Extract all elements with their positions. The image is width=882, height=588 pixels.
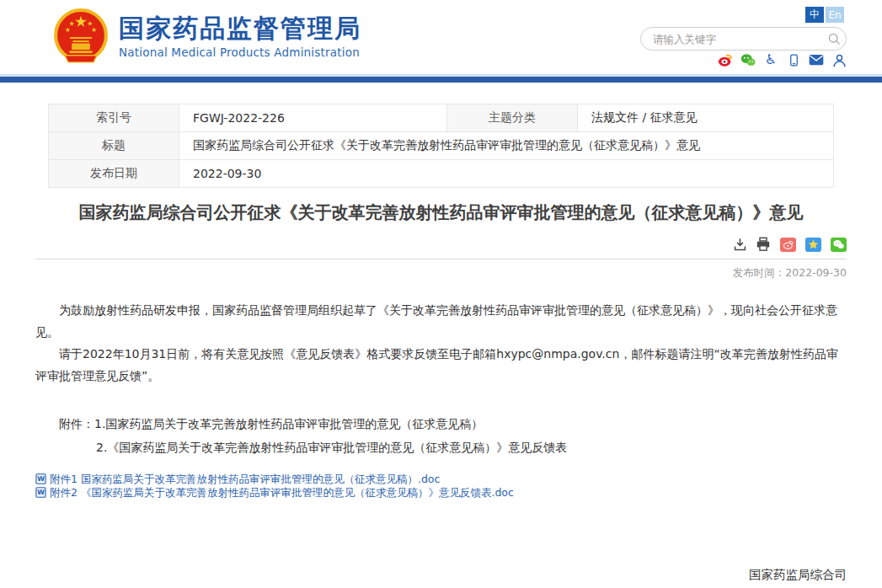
email-icon[interactable]: [809, 52, 824, 67]
mobile-icon[interactable]: [786, 52, 801, 67]
index-number-label: 索引号: [49, 104, 179, 132]
category-label: 主题分类: [447, 104, 578, 132]
publish-time-value: 2022-09-30: [785, 266, 847, 279]
print-icon[interactable]: [756, 237, 771, 252]
table-row: 索引号 FGWJ-2022-226 主题分类 法规文件 / 征求意见: [49, 104, 834, 132]
doc-title-value: 国家药监局综合司公开征求《关于改革完善放射性药品审评审批管理的意见（征求意见稿）…: [179, 132, 834, 160]
user-icon[interactable]: [831, 52, 847, 67]
document-meta-table: 索引号 FGWJ-2022-226 主题分类 法规文件 / 征求意见 标题 国家…: [48, 104, 834, 188]
download-icon[interactable]: [732, 237, 747, 252]
attachment-line: 附件：1.国家药监局关于改革完善放射性药品审评审批管理的意见（征求意见稿）: [59, 412, 847, 436]
doc-file-icon: W: [35, 473, 46, 484]
publish-time: 发布时间：2022-09-30: [35, 266, 847, 281]
publish-date-label: 发布日期: [49, 160, 179, 188]
signature-org: 国家药监局综合司: [749, 563, 847, 586]
svg-text:W: W: [37, 475, 45, 483]
title-divider: [35, 259, 847, 259]
weibo-icon[interactable]: [718, 52, 733, 67]
doc-title-label: 标题: [49, 132, 179, 160]
main-content: 索引号 FGWJ-2022-226 主题分类 法规文件 / 征求意见 标题 国家…: [0, 104, 882, 588]
share-qzone-icon[interactable]: [805, 238, 821, 252]
publish-time-label: 发布时间：: [733, 266, 786, 279]
index-number-value: FGWJ-2022-226: [179, 104, 447, 132]
lang-en-button[interactable]: En: [826, 7, 844, 23]
attachments-list: 附件：1.国家药监局关于改革完善放射性药品审评审批管理的意见（征求意见稿） 2.…: [35, 412, 847, 459]
paragraph: 为鼓励放射性药品研发申报，国家药品监督管理局组织起草了《关于改革完善放射性药品审…: [35, 299, 847, 343]
doc-file-icon: W: [35, 487, 46, 498]
attachment-doc-link-text: 附件2 《国家药监局关于改革完善放射性药品审评审批管理的意见（征求意见稿）》意见…: [50, 486, 514, 499]
site-title: 国家药品监督管理局: [119, 14, 361, 43]
publish-date-value: 2022-09-30: [179, 160, 834, 188]
site-subtitle: National Medical Products Administration: [119, 45, 361, 59]
language-toggle: 中 En: [805, 7, 844, 23]
attachment-label: 附件：: [59, 417, 94, 430]
page-title: 国家药监局综合司公开征求《关于改革完善放射性药品审评审批管理的意见（征求意见稿）…: [35, 201, 847, 223]
article-toolbar: [35, 237, 847, 252]
share-weibo-icon[interactable]: [780, 238, 796, 252]
national-emblem-logo: [52, 8, 110, 66]
accessibility-icon[interactable]: ♿: [763, 52, 778, 67]
attachment-line: 2.《国家药监局关于改革完善放射性药品审评审批管理的意见（征求意见稿）》意见反馈…: [59, 436, 847, 459]
attachment-doc-link-text: 附件1 国家药监局关于改革完善放射性药品审评审批管理的意见（征求意见稿）.doc: [50, 473, 440, 485]
category-value: 法规文件 / 征求意见: [578, 104, 834, 132]
search-box: [640, 27, 847, 51]
lang-zh-button[interactable]: 中: [805, 7, 824, 23]
site-header: 国家药品监督管理局 National Medical Products Admi…: [0, 0, 882, 74]
attachment-doc-link-2[interactable]: W 附件2 《国家药监局关于改革完善放射性药品审评审批管理的意见（征求意见稿）》…: [35, 486, 847, 499]
paragraph: 请于2022年10月31日前，将有关意见按照《意见反馈表》格式要求反馈至电子邮箱…: [35, 343, 847, 387]
attachment-item: 2.《国家药监局关于改革完善放射性药品审评审批管理的意见（征求意见稿）》意见反馈…: [96, 441, 567, 454]
search-input[interactable]: [641, 33, 822, 45]
svg-text:W: W: [37, 489, 45, 496]
attachment-doc-link-1[interactable]: W 附件1 国家药监局关于改革完善放射性药品审评审批管理的意见（征求意见稿）.d…: [35, 473, 847, 485]
signature-block: 国家药监局综合司 2022年9月30日: [35, 563, 847, 588]
attachment-downloads: W 附件1 国家药监局关于改革完善放射性药品审评审批管理的意见（征求意见稿）.d…: [35, 473, 847, 499]
article-body: 为鼓励放射性药品研发申报，国家药品监督管理局组织起草了《关于改革完善放射性药品审…: [35, 299, 847, 387]
table-row: 标题 国家药监局综合司公开征求《关于改革完善放射性药品审评审批管理的意见（征求意…: [49, 132, 834, 160]
wechat-icon[interactable]: [740, 52, 756, 67]
header-blue-bar: [0, 77, 882, 83]
attachment-item: 1.国家药监局关于改革完善放射性药品审评审批管理的意见（征求意见稿）: [94, 417, 483, 430]
search-icon[interactable]: [822, 28, 846, 50]
table-row: 发布日期 2022-09-30: [49, 160, 834, 188]
site-brand: 国家药品监督管理局 National Medical Products Admi…: [119, 14, 361, 59]
header-quick-icons: ♿: [718, 52, 847, 67]
share-wechat-icon[interactable]: [831, 238, 847, 252]
